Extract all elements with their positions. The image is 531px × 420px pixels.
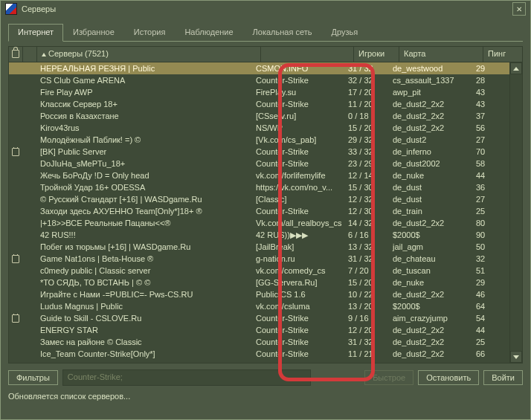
row-name: Заходи здесь АХУЕННО Team[Only*]18+ ® [36,207,251,216]
server-row[interactable]: Guide to Skill - CSLOVE.RuCounter-Strike… [9,312,510,324]
server-row[interactable]: Заходи здесь АХУЕННО Team[Only*]18+ ®Cou… [9,205,510,217]
row-name: Играйте с Нами -=PUBLIC=- Pws-CS.RU [36,290,251,299]
row-map: de_dust2_2x2 [388,290,472,299]
server-row[interactable]: НЕРЕАЛЬНАЯ РЕЗНЯ | PublicCSMON.INFO31 / … [9,62,510,74]
close-button[interactable]: ✕ [512,2,526,16]
col-ping[interactable]: Пинг [483,47,522,62]
server-row[interactable]: Замес на районе © ClassicCounter-Strike3… [9,336,510,348]
row-game: Counter-Strike [251,159,344,168]
row-players: 17 / 20 [344,88,388,97]
server-row[interactable]: c0medy public | Classic servervk.com/com… [9,265,510,277]
status-text: Обновляется список серверов... [1,386,530,401]
scrollbar[interactable] [509,62,522,363]
join-button[interactable]: Войти [483,370,523,385]
row-name: [BK] Public Server [36,147,251,156]
tab-spectate[interactable]: Наблюдение [175,24,242,42]
server-row[interactable]: Играйте с Нами -=PUBLIC=- Pws-CS.RUPubli… [9,288,510,300]
row-ping: 29 [472,64,510,73]
stop-button[interactable]: Остановить [418,370,479,385]
row-ping: 25 [472,207,510,216]
row-ping: 51 [472,266,510,275]
server-row[interactable]: Ludus Magnus | Publicvk.com/csluma13 / 2… [9,300,510,312]
row-ping: 32 [472,254,510,263]
col-fav[interactable] [23,47,37,62]
row-ping: 70 [472,147,510,156]
scroll-down-button[interactable] [510,351,522,363]
server-row[interactable]: [BK] Public ServerCounter-Strike33 / 32d… [9,146,510,158]
tab-internet[interactable]: Интернет [8,24,63,42]
row-lock [9,254,22,264]
row-players: 32 / 32 [344,76,388,85]
window-title: Серверы [22,4,512,13]
row-players: 15 / 20 [344,123,388,132]
col-game[interactable] [261,47,354,62]
row-name: *ТО СЯДЬ, ТО ВСТАНЬ | © © [36,278,251,287]
row-game: CSMON.INFO [251,64,344,73]
row-ping: 58 [472,159,510,168]
server-row[interactable]: DoJIuHa_sMePTu_18+Counter-Strike23 / 29d… [9,158,510,169]
row-name: Fire Play AWP [36,88,251,97]
row-players: 13 / 32 [344,242,388,251]
row-map: $2000$ [388,230,472,239]
row-ping: 56 [472,123,510,132]
row-players: 33 / 32 [344,147,388,156]
filter-input[interactable]: Counter-Strike; [62,369,311,386]
server-row[interactable]: Побег из тюрьмы [+16] | WASDgame.Ru[Jail… [9,241,510,253]
row-name: Молодёжный Паблик! =) © [36,135,251,144]
row-lock [9,314,22,323]
row-map: de_nuke [388,278,472,287]
quick-button[interactable]: Быстрое [364,370,413,385]
server-row[interactable]: Россия в Казахстане[CSserv.ru]0 / 18de_d… [9,110,510,122]
row-map: de_dust2_2x2 [388,112,472,120]
titlebar: Серверы ✕ [1,1,530,17]
col-password[interactable] [9,47,23,62]
col-map[interactable]: Карта [399,47,483,62]
row-game: [CSserv.ru] [251,112,344,120]
server-row[interactable]: Game Nat1ons | Beta-House ®g-nation.ru31… [9,253,510,265]
server-row[interactable]: © Русский Стандарт [+16] | WASDgame.Ru[C… [9,193,510,205]
row-name: Ice_Team Counter-Strike[Only*] [36,349,251,358]
server-row[interactable]: Жечь БоРоДу !D = Only headvk.com/forlife… [9,169,510,181]
server-row[interactable]: Классик Сервер 18+Counter-Strike11 / 20d… [9,98,510,110]
row-map: de_dust [388,195,472,204]
server-row[interactable]: |+18>>ВСЕ Реальные Пацаны<<®Vk.com/all_r… [9,217,510,229]
server-row[interactable]: Тройной Удар 16+ ODESSAhttps://vk.com/no… [9,181,510,193]
row-map: cs_assault_1337 [388,76,472,85]
row-players: 15 / 30 [344,183,388,192]
tab-history[interactable]: История [124,24,176,42]
row-ping: 27 [472,135,510,144]
row-name: Kirov43rus [36,123,251,132]
row-game: Counter-Strike [251,100,344,109]
server-row[interactable]: CS Club Game ARENACounter-Strike32 / 32c… [9,74,510,86]
app-logo-icon [5,3,17,15]
scroll-up-button[interactable] [510,62,522,74]
row-players: 7 / 20 [344,266,388,275]
server-row[interactable]: Молодёжный Паблик! =) ©[Vk.com/cs_pab]29… [9,134,510,146]
server-list[interactable]: НЕРЕАЛЬНАЯ РЕЗНЯ | PublicCSMON.INFO31 / … [8,62,523,364]
row-ping: 27 [472,195,510,204]
server-row[interactable]: Kirov43rusNS/WP15 / 20de_dust2_2x256 [9,122,510,134]
row-game: Counter-Strike [251,314,344,323]
col-players[interactable]: Игроки [354,47,399,62]
row-name: Тройной Удар 16+ ODESSA [36,183,251,192]
lock-icon [12,50,19,58]
row-players: 15 / 20 [344,278,388,287]
row-game: 42 RUS))▶▶▶ [251,230,344,240]
server-row[interactable]: Fire Play AWPFirePlay.su17 / 20awp_pit43 [9,86,510,98]
col-servers[interactable]: Серверы (7521) [37,47,261,62]
tab-lan[interactable]: Локальная сеть [243,24,322,42]
row-map: $2000$ [388,302,472,311]
filter-button[interactable]: Фильтры [8,370,58,385]
row-players: 10 / 22 [344,290,388,299]
row-game: Public CS 1.6 [251,290,344,299]
chevron-down-icon [513,355,519,359]
lock-icon [12,255,19,263]
server-row[interactable]: Ice_Team Counter-Strike[Only*]Counter-St… [9,348,510,360]
server-row[interactable]: *ТО СЯДЬ, ТО ВСТАНЬ | © ©[GG-Servera.Ru]… [9,277,510,288]
tab-favorites[interactable]: Избранное [63,24,124,42]
server-row[interactable]: ENERGY STARCounter-Strike12 / 20de_dust2… [9,324,510,336]
row-map: de_dust2_2x2 [388,326,472,335]
row-map: de_train [388,207,472,216]
server-row[interactable]: 42 RUS!!!42 RUS))▶▶▶6 / 16$2000$90 [9,229,510,241]
tab-friends[interactable]: Друзья [321,24,367,42]
